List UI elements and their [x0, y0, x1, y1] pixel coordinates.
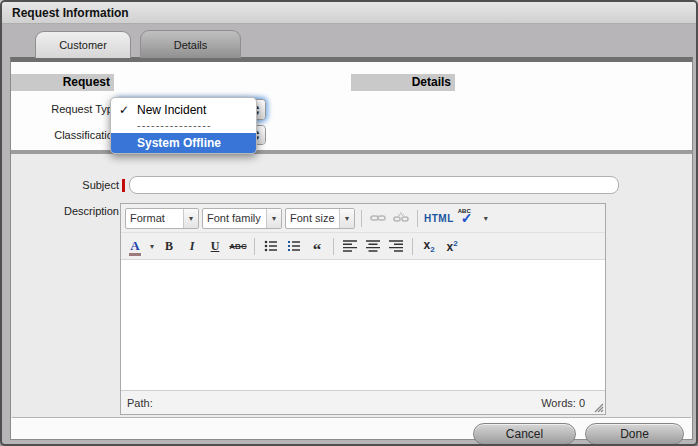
spellcheck-button[interactable]: ABC ✓	[457, 208, 479, 228]
details-section-header: Details	[351, 74, 455, 91]
editor-toolbar-row2: A ▾ B I U ABC “	[121, 233, 605, 259]
bullet-list-button[interactable]	[261, 236, 281, 256]
request-type-dropdown-menu: ✓ New Incident ---------------- System O…	[110, 97, 257, 154]
html-source-button[interactable]: HTML	[424, 208, 454, 228]
editor-content-area[interactable]	[121, 259, 605, 391]
description-label: Description	[11, 205, 119, 217]
menu-item-new-incident[interactable]: ✓ New Incident	[111, 100, 256, 120]
tab-customer-label: Customer	[59, 39, 107, 51]
superscript-button[interactable]: x2	[442, 236, 462, 256]
dialog-title: Request Information	[2, 2, 696, 24]
cancel-button[interactable]: Cancel	[473, 423, 576, 445]
toolbar-separator	[254, 238, 255, 255]
form-panel: Request Details Request Type ▲ ▼ Classif…	[10, 57, 693, 440]
footer: Cancel Done	[11, 418, 692, 439]
subscript-icon: x2	[423, 238, 434, 254]
subscript-button[interactable]: x2	[419, 236, 439, 256]
tab-customer[interactable]: Customer	[35, 31, 131, 58]
editor-statusbar: Path: Words: 0	[121, 391, 605, 414]
toolbar-separator	[333, 238, 334, 255]
tab-details[interactable]: Details	[140, 30, 241, 58]
superscript-icon: x2	[446, 239, 457, 254]
subject-label: Subject	[11, 179, 119, 191]
blockquote-button[interactable]: “	[307, 236, 327, 256]
chevron-down-icon: ▾	[266, 209, 281, 228]
request-type-label: Request Type	[11, 103, 119, 115]
tab-details-label: Details	[174, 39, 208, 51]
align-left-button[interactable]	[340, 236, 360, 256]
toolbar-separator	[361, 210, 362, 227]
link-icon	[370, 212, 386, 224]
chevron-down-icon[interactable]: ▾	[482, 214, 490, 223]
required-marker	[122, 179, 125, 192]
numbered-list-icon	[287, 240, 301, 252]
menu-item-system-offline[interactable]: System Offline	[111, 133, 256, 153]
format-select[interactable]: Format ▾	[125, 208, 199, 229]
align-right-button[interactable]	[386, 236, 406, 256]
request-details-section: Request Details Request Type ▲ ▼ Classif…	[11, 62, 692, 150]
bullet-list-icon	[264, 240, 278, 252]
strikethrough-button[interactable]: ABC	[228, 236, 248, 256]
font-family-select-value: Font family	[203, 212, 266, 224]
chevron-down-icon: ▾	[339, 209, 354, 228]
request-information-dialog: Request Information Customer Details Req…	[0, 0, 698, 446]
font-color-icon: A	[130, 238, 139, 254]
classification-label: Classification	[11, 129, 119, 141]
font-size-select-value: Font size	[286, 212, 339, 224]
editor-toolbar-row1: Format ▾ Font family ▾ Font size ▾	[121, 204, 605, 233]
menu-item-label: New Incident	[137, 103, 206, 117]
font-color-button[interactable]: A	[125, 236, 145, 256]
font-size-select[interactable]: Font size ▾	[285, 208, 355, 229]
description-rich-text-editor: Format ▾ Font family ▾ Font size ▾	[120, 203, 606, 415]
format-select-value: Format	[126, 212, 183, 224]
request-section-header: Request	[11, 74, 114, 91]
menu-separator: ----------------	[111, 120, 256, 133]
path-label: Path:	[127, 397, 153, 409]
font-family-select[interactable]: Font family ▾	[202, 208, 282, 229]
spellcheck-icon: ABC ✓	[457, 208, 479, 228]
numbered-list-button[interactable]	[284, 236, 304, 256]
insert-link-button[interactable]	[368, 208, 388, 228]
chevron-down-icon: ▾	[183, 209, 198, 228]
check-icon: ✓	[119, 100, 129, 120]
chevron-down-icon[interactable]: ▾	[148, 242, 156, 251]
menu-item-label: System Offline	[137, 136, 221, 150]
align-center-button[interactable]	[363, 236, 383, 256]
align-right-icon	[389, 240, 403, 252]
bold-button[interactable]: B	[159, 236, 179, 256]
unlink-icon	[393, 211, 409, 225]
word-count: Words: 0	[541, 397, 599, 409]
resize-grip-icon[interactable]	[593, 402, 604, 413]
toolbar-separator	[417, 210, 418, 227]
done-button[interactable]: Done	[585, 423, 684, 445]
remove-link-button[interactable]	[391, 208, 411, 228]
align-center-icon	[366, 240, 380, 252]
subject-input[interactable]	[129, 176, 619, 194]
underline-button[interactable]: U	[205, 236, 225, 256]
toolbar-separator	[412, 238, 413, 255]
align-left-icon	[343, 240, 357, 252]
italic-button[interactable]: I	[182, 236, 202, 256]
